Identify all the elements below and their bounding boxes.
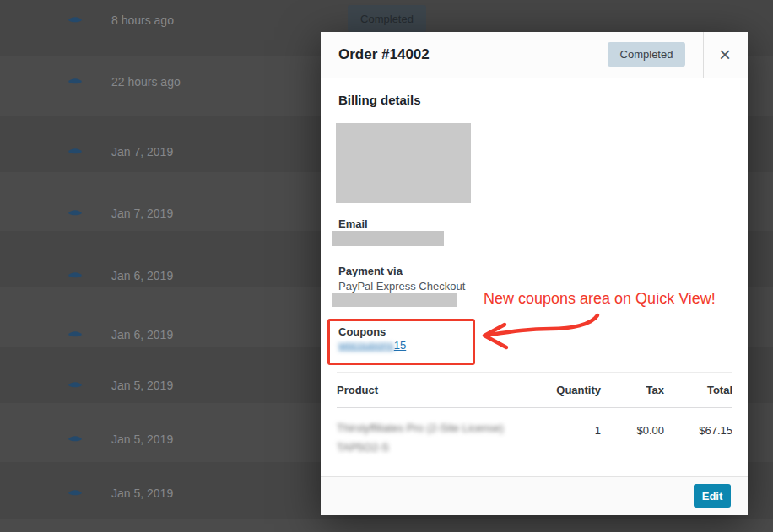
order-date: Jan 5, 2019 bbox=[111, 379, 173, 392]
table-row: 8 hours ago bbox=[68, 13, 174, 28]
billing-details-heading: Billing details bbox=[338, 93, 421, 107]
modal-footer: Edit bbox=[321, 476, 748, 515]
preview-eye-icon[interactable] bbox=[68, 488, 83, 498]
order-date: Jan 6, 2019 bbox=[111, 328, 173, 341]
order-status-label: Completed bbox=[620, 48, 673, 61]
coupon-code-link[interactable]: wpcoupons15 bbox=[338, 339, 406, 352]
order-date: Jan 7, 2019 bbox=[111, 207, 173, 220]
line-item-row: Thirstyffiliates Pro (2-Site License) TA… bbox=[337, 406, 732, 457]
edit-button[interactable]: Edit bbox=[694, 484, 731, 508]
email-value-redacted bbox=[332, 231, 444, 246]
status-badge-label: Completed bbox=[360, 13, 414, 25]
table-row: Jan 5, 2019 bbox=[68, 486, 173, 501]
product-name-line2: TAP5O2-S bbox=[337, 438, 521, 457]
payment-method: PayPal Express Checkout bbox=[338, 280, 465, 293]
line-items-header: Product Quantity Tax Total bbox=[337, 372, 732, 408]
table-row: Jan 7, 2019 bbox=[68, 206, 173, 221]
item-total: $67.15 bbox=[664, 418, 732, 457]
annotation-text: New coupons area on Quick View! bbox=[484, 290, 716, 308]
email-label: Email bbox=[338, 218, 368, 230]
order-status-badge: Completed bbox=[608, 42, 685, 67]
preview-eye-icon[interactable] bbox=[68, 271, 83, 281]
preview-eye-icon[interactable] bbox=[68, 330, 83, 340]
coupon-code-visible: 15 bbox=[394, 339, 406, 352]
preview-eye-icon[interactable] bbox=[68, 380, 83, 390]
table-row: Jan 5, 2019 bbox=[68, 432, 173, 447]
header-divider bbox=[703, 32, 704, 78]
preview-eye-icon[interactable] bbox=[68, 434, 83, 444]
order-date: 8 hours ago bbox=[111, 13, 174, 27]
product-name-line1: Thirstyffiliates Pro (2-Site License) bbox=[337, 418, 521, 438]
table-row: Jan 7, 2019 bbox=[68, 144, 173, 159]
preview-eye-icon[interactable] bbox=[68, 77, 83, 87]
quick-view-modal: Order #14002 Completed × Billing details… bbox=[321, 32, 748, 515]
product-name-redacted: Thirstyffiliates Pro (2-Site License) TA… bbox=[337, 418, 521, 457]
status-badge: Completed bbox=[348, 5, 426, 32]
column-quantity: Quantity bbox=[521, 384, 601, 396]
table-row: Jan 5, 2019 bbox=[68, 378, 173, 393]
preview-eye-icon[interactable] bbox=[68, 208, 83, 218]
coupons-label: Coupons bbox=[338, 325, 386, 338]
column-tax: Tax bbox=[601, 384, 664, 396]
annotation-arrow-icon bbox=[477, 306, 603, 352]
item-tax: $0.00 bbox=[601, 418, 664, 457]
payment-via-label: Payment via bbox=[338, 265, 403, 277]
billing-address-redacted bbox=[336, 123, 471, 203]
column-total: Total bbox=[664, 384, 732, 396]
order-date: 22 hours ago bbox=[111, 75, 181, 89]
order-date: Jan 5, 2019 bbox=[111, 433, 173, 446]
preview-eye-icon[interactable] bbox=[68, 147, 83, 157]
preview-eye-icon[interactable] bbox=[68, 15, 83, 25]
column-product: Product bbox=[337, 384, 521, 396]
table-row: Jan 6, 2019 bbox=[68, 327, 173, 342]
order-date: Jan 7, 2019 bbox=[111, 145, 173, 159]
order-date: Jan 5, 2019 bbox=[111, 486, 173, 500]
modal-header: Order #14002 Completed × bbox=[321, 32, 748, 78]
order-title: Order #14002 bbox=[338, 32, 430, 78]
order-date: Jan 6, 2019 bbox=[111, 269, 173, 282]
coupon-code-redacted: wpcoupons bbox=[338, 339, 394, 352]
close-icon[interactable]: × bbox=[708, 38, 742, 72]
payment-value-redacted bbox=[332, 293, 457, 307]
table-row: Jan 6, 2019 bbox=[68, 268, 173, 283]
table-row: 22 hours ago bbox=[68, 74, 181, 89]
item-quantity: 1 bbox=[521, 418, 601, 457]
